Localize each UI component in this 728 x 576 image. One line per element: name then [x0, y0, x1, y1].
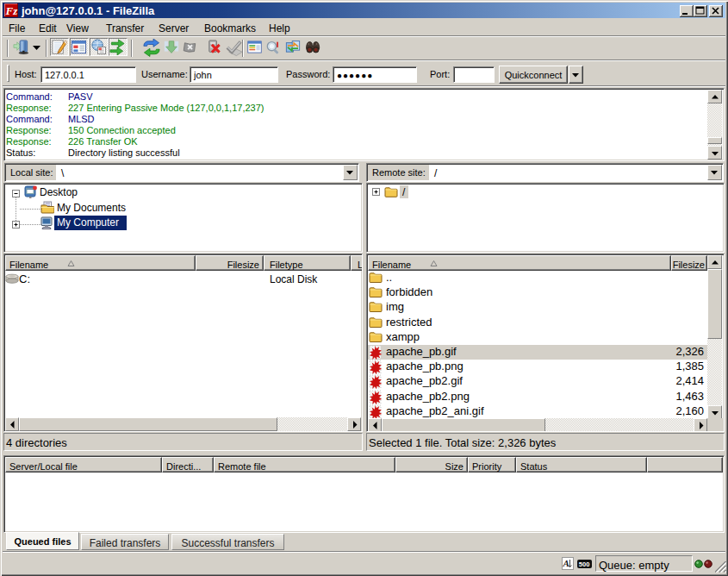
svg-text:A: A	[563, 558, 569, 568]
svg-text:Fz: Fz	[5, 4, 19, 17]
svg-text:500: 500	[579, 560, 590, 568]
